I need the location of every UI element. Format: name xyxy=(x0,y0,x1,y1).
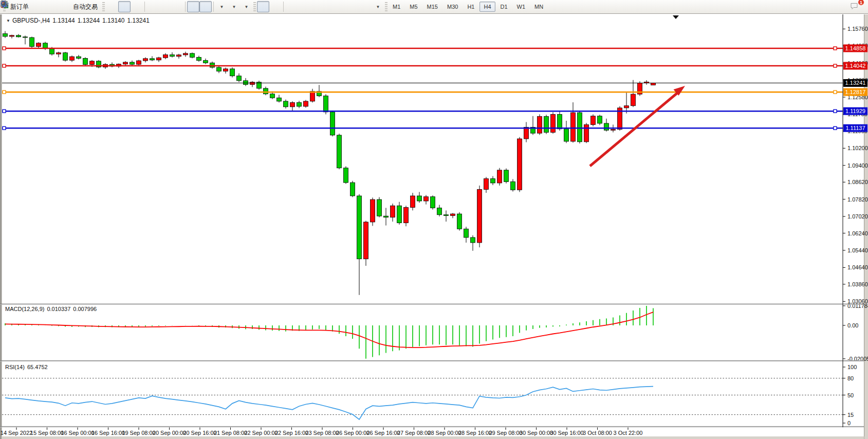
crosshair-tool-button[interactable] xyxy=(269,1,282,12)
candle-body xyxy=(411,196,415,208)
candle-body xyxy=(511,181,515,190)
candlestick-mode-button[interactable] xyxy=(118,1,131,12)
arrows-tool-button[interactable]: ▼ xyxy=(372,1,384,12)
toolbar-drag-handle[interactable] xyxy=(102,2,105,11)
auto-scroll-button[interactable] xyxy=(187,1,199,12)
candle-body xyxy=(137,61,141,64)
timeframe-button-h4[interactable]: H4 xyxy=(479,2,495,12)
chart-area[interactable]: 1.157601.149801.141601.133801.125801.117… xyxy=(0,14,868,439)
search-icon xyxy=(0,0,9,9)
indicators-button[interactable]: ▼ xyxy=(240,1,252,12)
candle-body xyxy=(631,94,636,106)
periods-button[interactable]: ▼ xyxy=(228,1,240,12)
timeframe-button-m1[interactable]: M1 xyxy=(389,2,404,12)
dropdown-caret-icon: ▼ xyxy=(232,5,236,9)
market-watch-button[interactable] xyxy=(32,1,45,12)
toolbar-separator xyxy=(144,2,145,12)
symbol-label: GBPUSD-,H4 xyxy=(12,17,50,24)
timeframe-button-mn[interactable]: MN xyxy=(530,2,547,12)
time-axis-label: 19 Sep 08:00 xyxy=(122,430,155,436)
chart-shift-marker-icon xyxy=(673,15,679,19)
rsi-value: 65.4752 xyxy=(27,364,48,370)
macd-axis-label: 0.00 xyxy=(847,322,858,328)
zoom-in-button[interactable] xyxy=(146,1,159,12)
candle-body xyxy=(10,35,14,36)
rsi-line xyxy=(5,387,653,419)
search-button[interactable] xyxy=(834,1,846,12)
toolbar-drag-handle[interactable] xyxy=(253,2,256,11)
dropdown-caret-icon: ▼ xyxy=(245,5,249,9)
candle-body xyxy=(170,54,175,56)
timeframe-group: M1M5M15M30H1H4D1W1MN xyxy=(389,2,547,12)
high-value: 1.13244 xyxy=(78,17,100,24)
candle-body xyxy=(471,237,475,243)
candle-body xyxy=(584,124,589,141)
fibonacci-tool-button[interactable]: F xyxy=(335,1,347,12)
candle-body xyxy=(591,116,596,125)
candle-body xyxy=(518,139,522,190)
candle-body xyxy=(36,43,41,47)
timeframe-button-d1[interactable]: D1 xyxy=(496,2,512,12)
cursor-tool-button[interactable] xyxy=(257,1,269,12)
price-tick-label: 1.08620 xyxy=(847,179,868,185)
timeframe-button-m5[interactable]: M5 xyxy=(405,2,421,12)
new-chart-button[interactable]: ▼ xyxy=(215,1,228,12)
candle-body xyxy=(77,57,81,58)
candle-body xyxy=(504,170,509,182)
price-tick-label: 1.07020 xyxy=(847,213,868,220)
trendline-tool-button[interactable] xyxy=(310,1,322,12)
chart-shift-button[interactable] xyxy=(199,1,212,12)
candle-body xyxy=(224,69,228,71)
zoom-out-button[interactable] xyxy=(159,1,171,12)
rsi-axis-label: 15 xyxy=(847,412,854,418)
dropdown-caret-icon: ▼ xyxy=(376,5,380,9)
toolbar-separator xyxy=(283,2,284,12)
timeframe-button-m15[interactable]: M15 xyxy=(423,2,442,12)
candle-body xyxy=(524,127,529,139)
rsi-axis-label: 100 xyxy=(847,364,857,370)
rsi-label: RSI(14) xyxy=(5,364,25,370)
timeframe-button-h1[interactable]: H1 xyxy=(463,2,478,12)
bar-chart-mode-button[interactable] xyxy=(106,1,118,12)
candle-body xyxy=(16,35,21,37)
candle-body xyxy=(464,229,469,237)
toolbar-separator xyxy=(213,2,214,12)
equidistant-channel-tool-button[interactable]: E xyxy=(322,1,335,12)
candle-body xyxy=(3,33,8,36)
level-handle xyxy=(3,64,6,67)
candle-body xyxy=(451,214,455,215)
candle-body xyxy=(130,62,135,64)
bottom-window-edge xyxy=(2,436,864,439)
candle-body xyxy=(371,199,375,222)
level-handle xyxy=(3,47,6,50)
chart-canvas[interactable]: 1.157601.149801.141601.133801.125801.117… xyxy=(0,14,868,439)
candle-body xyxy=(290,102,295,106)
toolbar-drag-handle[interactable] xyxy=(385,2,387,11)
notifications-button[interactable]: 1 xyxy=(849,1,862,12)
line-chart-mode-button[interactable] xyxy=(131,1,143,12)
candle-body xyxy=(90,61,95,65)
level-handle xyxy=(834,90,837,94)
signals-button[interactable] xyxy=(57,1,69,12)
time-axis-label: 16 Sep 16:00 xyxy=(91,430,125,436)
auto-trading-button[interactable]: 自动交易 xyxy=(69,1,101,12)
candle-body xyxy=(344,168,348,182)
tile-windows-button[interactable] xyxy=(171,1,183,12)
notification-badge: 1 xyxy=(858,0,864,6)
timeframe-button-m30[interactable]: M30 xyxy=(443,2,462,12)
candle-body xyxy=(651,83,656,85)
timeframe-button-w1[interactable]: W1 xyxy=(513,2,530,12)
vertical-line-tool-button[interactable] xyxy=(285,1,298,12)
new-order-button[interactable]: 新订单 xyxy=(7,1,32,12)
candle-body xyxy=(310,92,315,101)
profile-button[interactable] xyxy=(45,1,57,12)
text-tool-button[interactable]: A xyxy=(347,1,359,12)
horizontal-line-tool-button[interactable] xyxy=(298,1,310,12)
candle-body xyxy=(70,57,75,60)
text-label-tool-button[interactable]: T xyxy=(359,1,372,12)
price-tick-label: 1.15760 xyxy=(847,26,868,32)
candle-body xyxy=(237,76,242,81)
candle-body xyxy=(177,55,181,57)
candle-body xyxy=(484,179,489,190)
candle-body xyxy=(250,82,255,85)
